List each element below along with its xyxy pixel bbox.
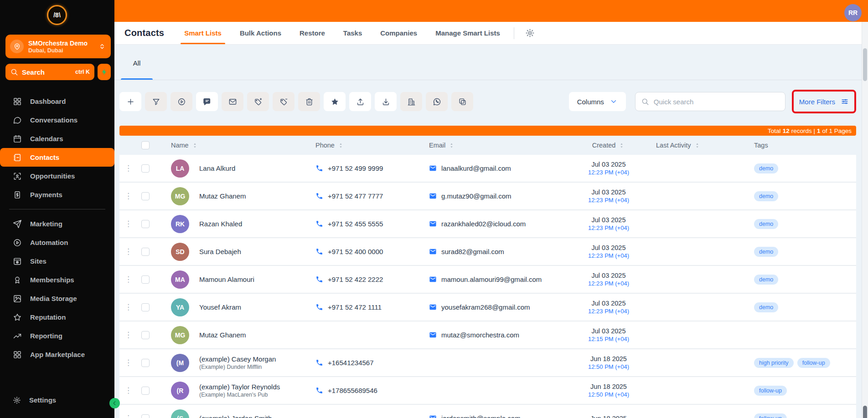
contact-phone-cell[interactable]: +971 52 455 5555 xyxy=(305,220,415,228)
created-time[interactable]: 12:50 PM (+04) xyxy=(570,363,647,370)
more-filters-button[interactable]: More Filters xyxy=(799,97,849,106)
sidebar-item-media-storage[interactable]: Media Storage xyxy=(0,289,114,308)
contact-name[interactable]: Razan Khaled xyxy=(199,220,242,228)
row-checkbox[interactable] xyxy=(141,275,150,284)
contact-name[interactable]: Sura Debajeh xyxy=(199,248,241,255)
sort-icon[interactable] xyxy=(448,142,455,149)
sidebar-item-sites[interactable]: Sites xyxy=(0,252,114,270)
tab-restore[interactable]: Restore xyxy=(300,22,325,44)
start-automation-button[interactable] xyxy=(170,92,192,111)
contact-name[interactable]: Mutaz Ghanem xyxy=(199,331,246,339)
sort-icon[interactable] xyxy=(618,142,625,149)
contact-name[interactable]: (example) Taylor Reynolds xyxy=(199,383,280,391)
scrollbar[interactable] xyxy=(862,22,868,418)
created-time[interactable]: 12:23 PM (+04) xyxy=(570,280,647,287)
column-header-name[interactable]: Name xyxy=(159,142,305,149)
contact-name[interactable]: Mamoun Alamouri xyxy=(199,275,254,283)
sort-icon[interactable] xyxy=(694,142,701,149)
send-email-button[interactable] xyxy=(222,92,243,111)
row-checkbox[interactable] xyxy=(141,164,150,173)
contact-email-cell[interactable]: jordansmith@sample.com xyxy=(415,414,570,418)
column-header-email[interactable]: Email xyxy=(415,142,570,149)
sidebar-item-memberships[interactable]: Memberships xyxy=(0,270,114,289)
contact-email-cell[interactable]: razankhaled02@icloud.com xyxy=(415,220,570,228)
row-checkbox[interactable] xyxy=(141,192,150,200)
tab-smart-lists[interactable]: Smart Lists xyxy=(184,22,222,44)
user-avatar[interactable]: RR xyxy=(844,4,862,21)
contact-phone-cell[interactable]: +971 52 477 7777 xyxy=(305,192,415,200)
company-button[interactable] xyxy=(400,92,422,111)
send-sms-button[interactable] xyxy=(196,92,218,111)
account-switcher[interactable]: SMOrchestra Demo Dubai, Dubai xyxy=(5,35,111,58)
scrollbar-thumb-bottom[interactable] xyxy=(863,406,867,418)
delete-button[interactable] xyxy=(298,92,320,111)
contact-name[interactable]: (example) Jordan Smith xyxy=(199,414,272,418)
contact-email-cell[interactable]: surad82@gmail.com xyxy=(415,248,570,255)
tab-tasks[interactable]: Tasks xyxy=(343,22,362,44)
sidebar-item-marketing[interactable]: Marketing xyxy=(0,214,114,233)
row-menu-button[interactable]: ⋮ xyxy=(119,163,138,173)
contact-phone-cell[interactable]: +971 52 499 9999 xyxy=(305,164,415,172)
row-checkbox[interactable] xyxy=(141,359,150,367)
contact-name[interactable]: Mutaz Ghanem xyxy=(199,192,246,200)
sidebar-item-reputation[interactable]: Reputation xyxy=(0,308,114,326)
row-checkbox[interactable] xyxy=(141,303,150,311)
created-time[interactable]: 12:23 PM (+04) xyxy=(570,252,647,259)
tab-manage-smart-lists[interactable]: Manage Smart Lists xyxy=(435,22,500,44)
sidebar-item-opportunities[interactable]: Opportunities xyxy=(0,167,114,185)
row-checkbox[interactable] xyxy=(141,248,150,256)
row-menu-button[interactable]: ⋮ xyxy=(119,247,138,256)
add-tag-button[interactable] xyxy=(247,92,269,111)
row-menu-button[interactable]: ⋮ xyxy=(119,386,138,395)
column-header-phone[interactable]: Phone xyxy=(305,142,415,149)
contact-email-cell[interactable]: g.mutaz90@gmail.com xyxy=(415,192,570,200)
contact-email-cell[interactable]: mutaz@smorchestra.com xyxy=(415,331,570,339)
sidebar-item-automation[interactable]: Automation xyxy=(0,233,114,252)
chevron-up-down-icon[interactable] xyxy=(98,42,106,51)
created-time[interactable]: 12:23 PM (+04) xyxy=(570,169,647,176)
sidebar-search[interactable]: Search ctrl K xyxy=(5,64,94,80)
row-checkbox[interactable] xyxy=(141,414,150,418)
whatsapp-button[interactable] xyxy=(426,92,448,111)
contact-name[interactable]: Yousef Akram xyxy=(199,303,241,311)
row-menu-button[interactable]: ⋮ xyxy=(119,191,138,201)
export-button[interactable] xyxy=(349,92,371,111)
sidebar-item-reporting[interactable]: Reporting xyxy=(0,326,114,345)
contact-phone-cell[interactable]: +971 52 422 2222 xyxy=(305,275,415,283)
columns-button[interactable]: Columns xyxy=(569,92,626,111)
row-menu-button[interactable]: ⋮ xyxy=(119,358,138,367)
tab-bulk-actions[interactable]: Bulk Actions xyxy=(240,22,281,44)
contact-phone-cell[interactable]: +16541234567 xyxy=(305,359,415,367)
row-menu-button[interactable]: ⋮ xyxy=(119,413,138,418)
select-all-checkbox[interactable] xyxy=(141,141,150,149)
contact-phone-cell[interactable]: +971 52 472 1111 xyxy=(305,303,415,311)
contact-email-cell[interactable]: yousefakram268@gmail.com xyxy=(415,303,570,311)
row-checkbox[interactable] xyxy=(141,331,150,339)
tab-companies[interactable]: Companies xyxy=(380,22,417,44)
sidebar-item-dashboard[interactable]: Dashboard xyxy=(0,92,114,111)
column-header-created[interactable]: Created xyxy=(570,142,647,149)
import-button[interactable] xyxy=(375,92,397,111)
sidebar-item-app-marketplace[interactable]: App Marketplace xyxy=(0,345,114,364)
row-checkbox[interactable] xyxy=(141,387,150,395)
sort-icon[interactable] xyxy=(191,142,198,149)
smart-lists-settings-button[interactable] xyxy=(525,28,535,38)
column-header-last-activity[interactable]: Last Activity xyxy=(647,142,743,149)
add-contact-button[interactable] xyxy=(119,92,141,111)
sort-icon[interactable] xyxy=(337,142,344,149)
created-time[interactable]: 12:23 PM (+04) xyxy=(570,197,647,204)
contact-phone-cell[interactable]: +971 52 400 0000 xyxy=(305,248,415,255)
created-time[interactable]: 12:23 PM (+04) xyxy=(570,308,647,315)
quick-search-input[interactable] xyxy=(654,98,780,106)
scrollbar-thumb[interactable] xyxy=(863,48,867,81)
contact-email-cell[interactable]: lanaalkurd@gmail.com xyxy=(415,164,570,172)
row-menu-button[interactable]: ⋮ xyxy=(119,302,138,312)
remove-tag-button[interactable] xyxy=(273,92,294,111)
created-time[interactable]: 12:23 PM (+04) xyxy=(570,224,647,231)
sidebar-collapse-button[interactable] xyxy=(109,398,120,408)
sidebar-item-payments[interactable]: Payments xyxy=(0,185,114,204)
favorite-button[interactable] xyxy=(324,92,346,111)
ai-assistant-button[interactable] xyxy=(98,64,111,80)
created-time[interactable]: 12:50 PM (+04) xyxy=(570,391,647,398)
contact-name[interactable]: Lana Alkurd xyxy=(199,164,235,172)
